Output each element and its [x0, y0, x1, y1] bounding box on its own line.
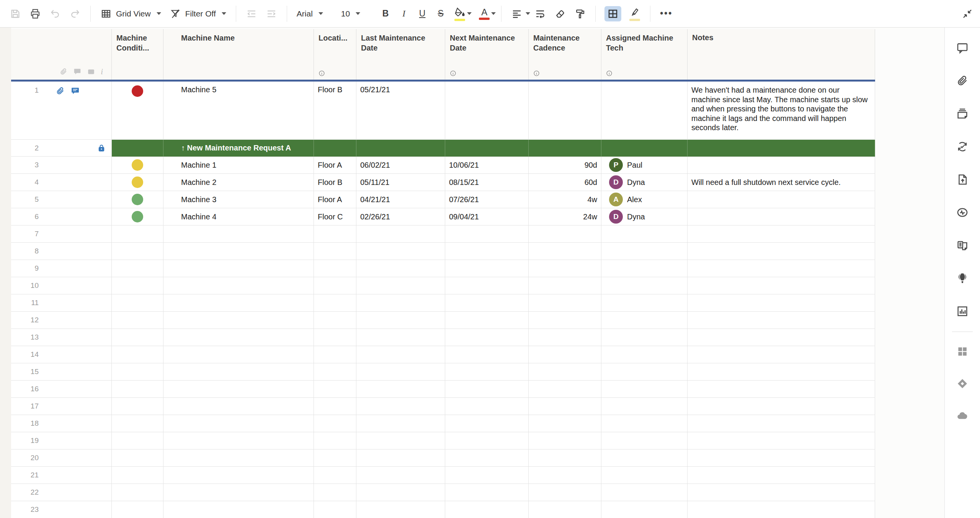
font-family-select[interactable]: Arial	[296, 8, 324, 19]
cell-last_date-row-21[interactable]	[356, 467, 445, 484]
align-button[interactable]	[510, 7, 523, 20]
cell-condition-row-1[interactable]	[112, 82, 163, 140]
clear-format-button[interactable]	[554, 7, 567, 20]
cell-tech-row-9[interactable]	[601, 260, 688, 277]
cell-condition-row-14[interactable]	[112, 346, 163, 363]
cell-last_date-row-12[interactable]	[356, 312, 445, 329]
undo-button[interactable]	[49, 7, 62, 20]
cell-name-row-5[interactable]: Machine 3	[163, 191, 314, 208]
format-painter-button[interactable]	[573, 7, 586, 20]
strikethrough-button[interactable]: S	[435, 8, 446, 19]
row-header-20[interactable]: 20	[11, 449, 112, 467]
row-header-22[interactable]: 22	[11, 484, 112, 501]
cell-next_date-row-9[interactable]	[445, 260, 529, 277]
cell-cadence-row-10[interactable]	[529, 277, 601, 294]
cell-notes-row-6[interactable]	[688, 208, 875, 226]
cell-last_date-row-8[interactable]	[356, 243, 445, 260]
activity-log-panel-button[interactable]	[945, 196, 980, 229]
cell-location-row-7[interactable]	[314, 226, 356, 243]
cell-location-row-22[interactable]	[314, 484, 356, 501]
cell-next_date-row-21[interactable]	[445, 467, 529, 484]
redo-button[interactable]	[69, 7, 82, 20]
cell-last_date-row-19[interactable]	[356, 432, 445, 449]
cell-name-row-16[interactable]	[163, 381, 314, 398]
cell-tech-row-14[interactable]	[601, 346, 688, 363]
cell-location-row-14[interactable]	[314, 346, 356, 363]
column-info-icon[interactable]	[318, 70, 325, 77]
column-header-last_date[interactable]: Last Maintenance Date	[356, 29, 445, 80]
cell-location-row-9[interactable]	[314, 260, 356, 277]
row-header-9[interactable]: 9	[11, 260, 112, 277]
cell-tech-row-19[interactable]	[601, 432, 688, 449]
cell-cadence-row-9[interactable]	[529, 260, 601, 277]
cell-condition-row-21[interactable]	[112, 467, 163, 484]
view-selector-button[interactable]: Grid View	[100, 7, 162, 20]
cell-name-row-6[interactable]: Machine 4	[163, 208, 314, 226]
cell-notes-row-3[interactable]	[688, 157, 875, 174]
cell-tech-row-22[interactable]	[601, 484, 688, 501]
cell-cadence-row-21[interactable]	[529, 467, 601, 484]
cell-condition-row-9[interactable]	[112, 260, 163, 277]
banner-cell-tech-row-2[interactable]	[601, 140, 688, 157]
row-header-19[interactable]: 19	[11, 432, 112, 449]
cell-tech-row-11[interactable]	[601, 294, 688, 312]
row-header-23[interactable]: 23	[11, 501, 112, 518]
indent-button[interactable]	[265, 7, 278, 20]
cell-name-row-14[interactable]	[163, 346, 314, 363]
fill-color-button[interactable]	[453, 6, 466, 22]
cell-next_date-row-14[interactable]	[445, 346, 529, 363]
cell-cadence-row-20[interactable]	[529, 449, 601, 467]
cell-notes-row-13[interactable]	[688, 329, 875, 346]
row-header-14[interactable]: 14	[11, 346, 112, 363]
column-info-icon[interactable]	[450, 70, 456, 77]
cell-condition-row-3[interactable]	[112, 157, 163, 174]
cell-last_date-row-10[interactable]	[356, 277, 445, 294]
cell-location-row-21[interactable]	[314, 467, 356, 484]
cell-cadence-row-13[interactable]	[529, 329, 601, 346]
cell-name-row-22[interactable]	[163, 484, 314, 501]
sheet-summary-panel-button[interactable]	[945, 229, 980, 262]
cell-location-row-8[interactable]	[314, 243, 356, 260]
cell-location-row-15[interactable]	[314, 363, 356, 381]
cell-name-row-1[interactable]: Machine 5	[163, 82, 314, 140]
cell-last_date-row-5[interactable]: 04/21/21	[356, 191, 445, 208]
cell-tech-row-20[interactable]	[601, 449, 688, 467]
cell-last_date-row-22[interactable]	[356, 484, 445, 501]
cell-last_date-row-23[interactable]	[356, 501, 445, 518]
banner-cell-condition-row-2[interactable]	[112, 140, 163, 157]
cell-next_date-row-16[interactable]	[445, 381, 529, 398]
cell-notes-row-9[interactable]	[688, 260, 875, 277]
cell-location-row-10[interactable]	[314, 277, 356, 294]
cell-next_date-row-23[interactable]	[445, 501, 529, 518]
cell-notes-row-20[interactable]	[688, 449, 875, 467]
cell-name-row-23[interactable]	[163, 501, 314, 518]
cell-name-row-17[interactable]	[163, 398, 314, 415]
cell-name-row-3[interactable]: Machine 1	[163, 157, 314, 174]
cell-name-row-15[interactable]	[163, 363, 314, 381]
cell-location-row-5[interactable]: Floor A	[314, 191, 356, 208]
cell-cadence-row-6[interactable]: 24w	[529, 208, 601, 226]
cell-notes-row-5[interactable]	[688, 191, 875, 208]
cell-location-row-1[interactable]: Floor B	[314, 82, 356, 140]
cell-notes-row-16[interactable]	[688, 381, 875, 398]
cell-name-row-7[interactable]	[163, 226, 314, 243]
row-header-13[interactable]: 13	[11, 329, 112, 346]
banner-cell-cadence-row-2[interactable]	[529, 140, 601, 157]
row-comment-icon[interactable]	[70, 86, 80, 96]
cell-tech-row-5[interactable]: AAlex	[601, 191, 688, 208]
font-size-select[interactable]: 10	[340, 8, 361, 19]
cell-tech-row-18[interactable]	[601, 415, 688, 432]
column-header-condition[interactable]: Machine Conditi...	[112, 29, 163, 80]
cell-tech-row-21[interactable]	[601, 467, 688, 484]
column-header-name[interactable]: Machine Name	[163, 29, 314, 80]
cell-last_date-row-17[interactable]	[356, 398, 445, 415]
row-attachment-icon[interactable]	[56, 86, 65, 96]
column-header-next_date[interactable]: Next Maintenance Date	[445, 29, 529, 80]
cell-location-row-20[interactable]	[314, 449, 356, 467]
cell-next_date-row-10[interactable]	[445, 277, 529, 294]
row-header-21[interactable]: 21	[11, 467, 112, 484]
cell-notes-row-8[interactable]	[688, 243, 875, 260]
cell-cadence-row-19[interactable]	[529, 432, 601, 449]
cell-condition-row-4[interactable]	[112, 174, 163, 191]
column-info-icon[interactable]	[606, 70, 612, 77]
